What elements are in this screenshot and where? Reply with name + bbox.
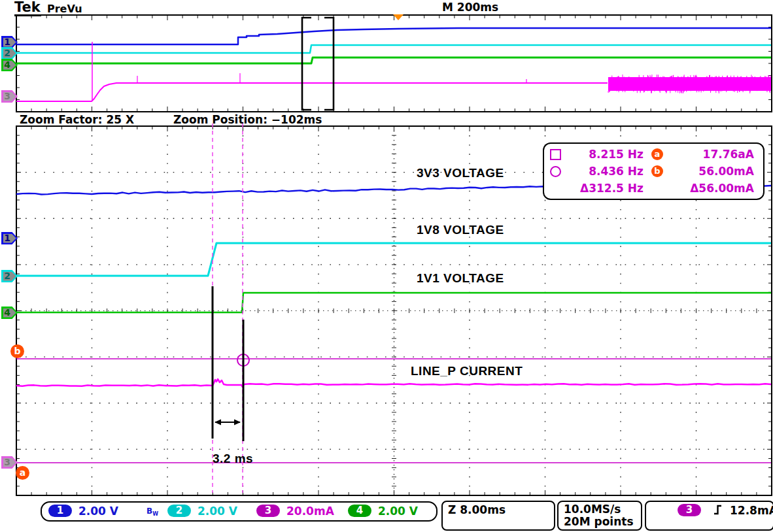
measurement-row-square: 8.215 Hz a 17.76aA: [544, 146, 763, 163]
square-cursor-icon: [550, 149, 561, 160]
ch2-scale-readout: 2.00 V: [198, 505, 237, 518]
trigger-box: 3 12.8mA: [645, 501, 773, 531]
label-1v1-voltage: 1V1 VOLTAGE: [417, 271, 504, 286]
ch3-overview-noise-band: [608, 77, 771, 91]
record-length-readout: 20M points: [564, 515, 634, 528]
ch4-1v1-overview: [16, 58, 771, 63]
cursor-b-badge: b: [10, 344, 24, 358]
tek-logo: Tek: [14, 1, 41, 16]
ch3-marker-overview: 3: [1, 90, 18, 103]
trigger-source-badge: 3: [678, 504, 701, 516]
marker-label: 2: [1, 270, 13, 282]
cursor-a-amplitude: 17.76aA: [671, 148, 754, 161]
measurement-row-circle: 8.436 Hz b 56.00mA: [544, 163, 763, 180]
ch3-line-p-overview: [16, 83, 608, 101]
ch2-1v8-overview: [16, 45, 771, 53]
ch3-marker-zoom: 3: [1, 456, 18, 469]
ch2-marker-overview: 2: [1, 47, 18, 59]
acquisition-status: PreVu: [47, 3, 82, 15]
waveform-canvas: [0, 0, 773, 532]
circle-cursor-frequency: 8.436 Hz: [566, 165, 644, 178]
channel-scale-bar: 1 2.00 V BW 2 2.00 V 3 20.0mA 4 2.00 V: [41, 501, 438, 522]
zoom-position-readout: Zoom Position: −102ms: [173, 113, 322, 126]
cursor-measurement-box: 8.215 Hz a 17.76aA 8.436 Hz b 56.00mA Δ3…: [543, 142, 764, 200]
trigger-position-marker: [393, 14, 404, 20]
cursor-b-icon: b: [651, 165, 663, 177]
ch1-bandwidth-limit-icon: BW: [146, 505, 158, 520]
trigger-level-readout: 12.8mA: [730, 504, 773, 517]
marker-label: 1: [1, 232, 13, 244]
marker-label: 4: [1, 307, 13, 319]
ch4-marker-zoom: 4: [1, 307, 18, 319]
cursor-b-amplitude: 56.00mA: [671, 165, 754, 178]
label-3v3-voltage: 3V3 VOLTAGE: [417, 166, 504, 180]
zoom-factor-readout: Zoom Factor: 25 X: [20, 113, 134, 126]
marker-label: 4: [1, 59, 13, 71]
ch2-badge: 2: [167, 505, 191, 517]
oscilloscope-screen: Tek PreVu M 200ms Zoom Factor: 25 X Zoom…: [0, 0, 773, 532]
cursor-a-icon: a: [651, 148, 663, 160]
ch2-marker-zoom: 2: [1, 270, 18, 282]
ch4-marker-overview: 4: [1, 59, 18, 71]
ch1-3v3-overview: [16, 28, 771, 44]
marker-label: 3: [1, 456, 13, 469]
measurement-row-delta: Δ312.5 Hz Δ56.00mA: [544, 180, 763, 197]
ch1-scale-readout: 2.00 V: [78, 505, 118, 518]
marker-label: 2: [1, 47, 13, 59]
delta-amplitude: Δ56.00mA: [671, 182, 754, 195]
sample-rate-readout: 10.0MS/s: [564, 503, 621, 516]
zoom-timebase-box: Z 8.00ms: [441, 501, 555, 531]
label-line-p-current: LINE_P CURRENT: [411, 364, 523, 378]
rising-edge-icon: [713, 504, 723, 516]
acquisition-box: 10.0MS/s 20M points: [557, 501, 642, 531]
ch4-badge: 4: [348, 505, 371, 517]
label-1v8-voltage: 1V8 VOLTAGE: [417, 223, 504, 237]
ch4-scale-readout: 2.00 V: [378, 505, 418, 518]
ch1-badge: 1: [48, 505, 72, 517]
delta-frequency: Δ312.5 Hz: [566, 182, 644, 195]
ch3-scale-readout: 20.0mA: [286, 505, 334, 518]
circle-cursor-icon: [550, 166, 561, 177]
cursor-a-badge: a: [16, 466, 29, 480]
ch3-badge: 3: [256, 505, 280, 517]
marker-label: 3: [1, 90, 13, 103]
square-cursor-frequency: 8.215 Hz: [566, 148, 644, 161]
main-timebase-readout: M 200ms: [442, 1, 498, 14]
delta-time-annotation: 3.2 ms: [213, 452, 253, 466]
ch1-marker-zoom: 1: [1, 232, 18, 244]
zoom-timebase-readout: Z 8.00ms: [448, 503, 506, 516]
